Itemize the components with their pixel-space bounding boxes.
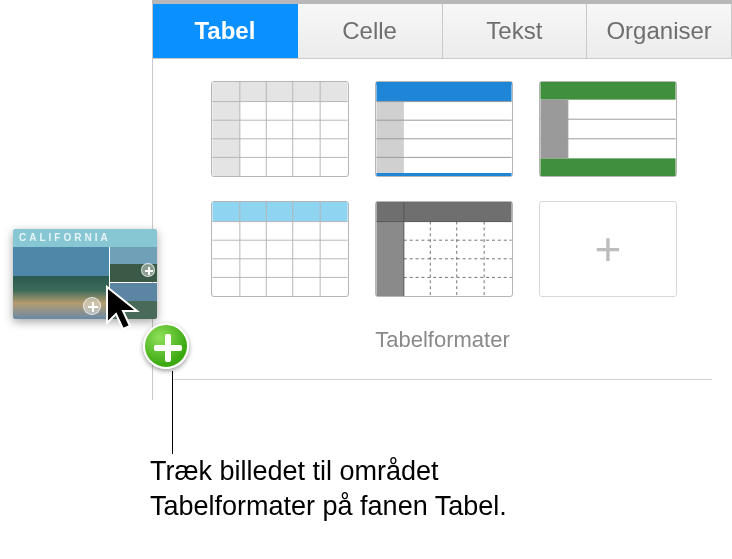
inspector-panel: Tabel Celle Tekst Organiser <box>152 0 732 400</box>
svg-rect-20 <box>540 158 675 176</box>
tab-organiser[interactable]: Organiser <box>587 4 732 58</box>
table-style-3[interactable] <box>539 81 677 177</box>
svg-rect-25 <box>212 202 347 222</box>
tab-label: Celle <box>342 17 397 45</box>
add-photo-icon <box>141 263 155 277</box>
add-photo-icon <box>83 297 101 315</box>
table-styles-label: Tabelformater <box>153 327 732 353</box>
callout-line <box>172 371 173 454</box>
section-divider <box>173 379 712 380</box>
tab-label: Tekst <box>486 17 542 45</box>
caption-line-2: Tabelformater på fanen Tabel. <box>150 489 507 524</box>
tab-tekst[interactable]: Tekst <box>443 4 588 58</box>
table-style-1[interactable] <box>211 81 349 177</box>
table-styles-grid: + <box>211 81 677 297</box>
tab-tabel[interactable]: Tabel <box>153 4 298 58</box>
table-style-2[interactable] <box>375 81 513 177</box>
caption: Træk billedet til området Tabelformater … <box>150 454 507 524</box>
plus-icon: + <box>595 226 622 272</box>
dragged-image-preview[interactable]: CALIFORNIA <box>13 229 157 319</box>
table-style-preview <box>376 82 512 176</box>
tab-celle[interactable]: Celle <box>298 4 443 58</box>
section-label-text: Tabelformater <box>375 327 510 352</box>
tab-row: Tabel Celle Tekst Organiser <box>152 4 732 59</box>
svg-rect-1 <box>212 82 239 176</box>
add-table-style-button[interactable]: + <box>539 201 677 297</box>
table-style-preview <box>376 202 512 296</box>
tab-label: Organiser <box>606 17 711 45</box>
dragged-image-sub-2 <box>110 283 157 319</box>
tab-label: Tabel <box>194 17 255 45</box>
inspector-body: + Tabelformater <box>152 59 732 400</box>
table-style-5[interactable] <box>375 201 513 297</box>
svg-rect-35 <box>376 222 403 296</box>
svg-rect-34 <box>376 202 511 222</box>
table-style-preview <box>212 202 348 296</box>
caption-line-1: Træk billedet til området <box>150 454 507 489</box>
dragged-image-title: CALIFORNIA <box>13 229 157 247</box>
table-style-4[interactable] <box>211 201 349 297</box>
table-style-preview <box>212 82 348 176</box>
table-style-preview <box>540 82 676 176</box>
svg-rect-19 <box>540 82 675 100</box>
svg-rect-21 <box>540 100 567 159</box>
